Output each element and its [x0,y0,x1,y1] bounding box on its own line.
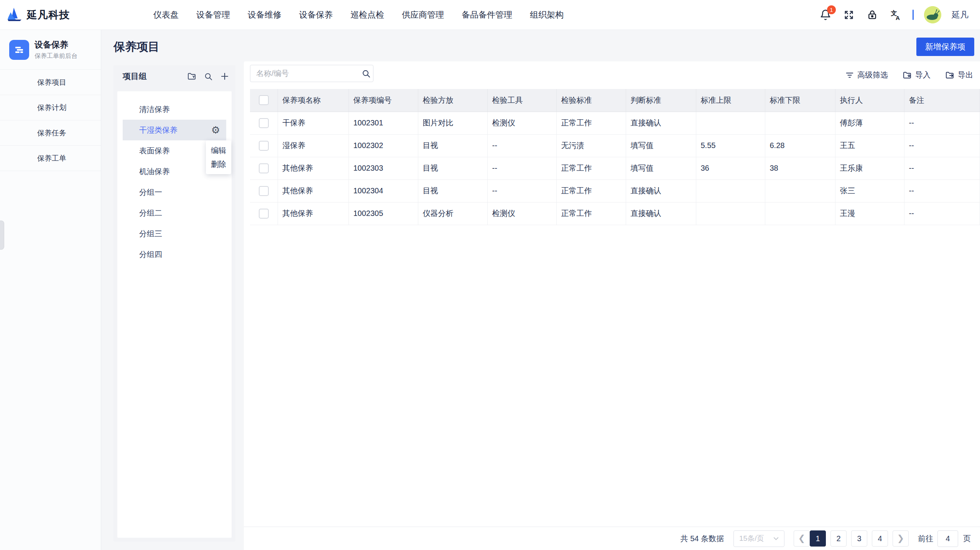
table-cell: 填写值 [626,134,696,157]
module-subtitle: 保养工单前后台 [35,52,77,60]
module-list-icon [9,40,29,60]
nav-item-仪表盘[interactable]: 仪表盘 [153,9,179,21]
module-header: 设备保养 保养工单前后台 [0,30,101,70]
maintenance-items-table: 保养项名称保养项编号检验方放检验工具检验标准判断标准标准上限标准下限执行人备注 … [250,89,980,225]
table-cell: 检测仪 [487,112,556,134]
nav-item-组织架构[interactable]: 组织架构 [530,9,564,21]
svg-text:A: A [896,14,900,21]
table-cell: 1002302 [349,134,418,157]
page-button-4[interactable]: 4 [872,530,888,547]
sidebar-item-保养项目[interactable]: 保养项目 [0,70,101,95]
module-title: 设备保养 [35,39,77,51]
table-cell: 王乐康 [835,157,904,179]
table-cell [696,112,765,134]
table-cell: -- [904,179,980,202]
sidebar-item-保养任务[interactable]: 保养任务 [0,120,101,146]
table-cell: 目视 [418,134,487,157]
translate-icon[interactable]: 文 A [889,8,902,21]
prev-page-button[interactable]: ❮ [794,530,810,547]
row-checkbox[interactable] [259,209,269,219]
next-page-button[interactable]: ❯ [893,530,909,547]
page-button-2[interactable]: 2 [830,530,847,547]
nav-item-供应商管理[interactable]: 供应商管理 [402,9,444,21]
avatar[interactable] [924,6,941,23]
page-button-3[interactable]: 3 [851,530,867,547]
project-group-panel: 项目组 清 [113,65,235,542]
total-count: 共 54 条数据 [681,534,724,544]
group-item[interactable]: 分组二 [123,203,226,223]
group-item[interactable]: 分组三 [123,223,226,244]
table-cell: 直接确认 [626,179,696,202]
gear-icon[interactable]: ⚙ [211,125,220,135]
group-search-icon[interactable] [204,72,213,81]
table-cell: 湿保养 [278,134,349,157]
export-button[interactable]: 导出 [945,70,973,80]
add-maintenance-item-button[interactable]: 新增保养项 [916,38,974,56]
advanced-filter-button[interactable]: 高级筛选 [845,70,888,80]
table-row: 湿保养1002302目视--无污渍填写值5.556.28王五-- [250,134,980,157]
lock-icon[interactable] [866,8,879,21]
context-menu-删除[interactable]: 删除 [206,157,231,171]
table-cell: 目视 [418,157,487,179]
table-cell [696,202,765,225]
table-cell: 检测仪 [487,202,556,225]
group-item[interactable]: 干湿类保养⚙ [123,120,226,140]
nav-divider [913,10,914,20]
group-item[interactable]: 分组一 [123,182,226,203]
table-cell: 1002301 [349,112,418,134]
page-button-1[interactable]: 1 [810,530,826,547]
goto-page-input[interactable] [937,530,958,547]
table-cell: 直接确认 [626,202,696,225]
goto-suffix: 页 [963,534,971,544]
folder-manage-icon[interactable] [187,72,196,81]
import-button[interactable]: 导入 [903,70,931,80]
row-checkbox[interactable] [259,163,269,173]
row-checkbox[interactable] [259,141,269,151]
table-cell: 其他保养 [278,179,349,202]
notification-bell-icon[interactable]: 1 [819,8,832,21]
row-checkbox-cell [250,112,278,134]
column-header: 判断标准 [626,89,696,112]
table-cell: 其他保养 [278,157,349,179]
table-cell: 1002304 [349,179,418,202]
username[interactable]: 延凡 [952,9,968,21]
table-cell: 仪器分析 [418,202,487,225]
pagination-bar: 共 54 条数据 15条/页 ❮ 1234 ❯ 前往 页 [244,527,980,550]
table-row: 其他保养1002304目视--正常工作直接确认张三-- [250,179,980,202]
table-cell: -- [904,134,980,157]
search-icon[interactable] [362,69,376,78]
search-input[interactable] [250,69,362,78]
table-cell: -- [904,157,980,179]
group-item[interactable]: 清洁保养 [123,99,226,120]
nav-item-巡检点检[interactable]: 巡检点检 [350,9,384,21]
filter-icon [845,71,854,79]
nav-item-设备管理[interactable]: 设备管理 [196,9,230,21]
fullscreen-icon[interactable] [842,8,855,21]
row-checkbox[interactable] [259,118,269,128]
page-size-select[interactable]: 15条/页 [733,530,784,547]
nav-item-设备维修[interactable]: 设备维修 [248,9,281,21]
group-panel-title: 项目组 [123,71,187,82]
search-box [250,65,373,82]
table-cell: 王五 [835,134,904,157]
table-cell: 36 [696,157,765,179]
table-cell: 填写值 [626,157,696,179]
select-all-checkbox[interactable] [259,95,269,105]
group-item[interactable]: 分组四 [123,244,226,265]
sidebar-item-保养工单[interactable]: 保养工单 [0,146,101,171]
import-icon [903,71,912,80]
context-menu-编辑[interactable]: 编辑 [206,143,231,157]
row-checkbox-cell [250,157,278,179]
brand-logo: 延凡科技 [0,7,107,23]
nav-item-设备保养[interactable]: 设备保养 [299,9,333,21]
drawer-collapse-handle[interactable] [0,221,4,250]
add-group-icon[interactable] [220,72,229,81]
table-cell [765,179,835,202]
row-checkbox[interactable] [259,186,269,196]
table-cell: 38 [765,157,835,179]
nav-item-备品备件管理[interactable]: 备品备件管理 [462,9,512,21]
export-icon [945,71,954,80]
table-cell [765,202,835,225]
sidebar-item-保养计划[interactable]: 保养计划 [0,95,101,120]
table-cell: -- [904,202,980,225]
